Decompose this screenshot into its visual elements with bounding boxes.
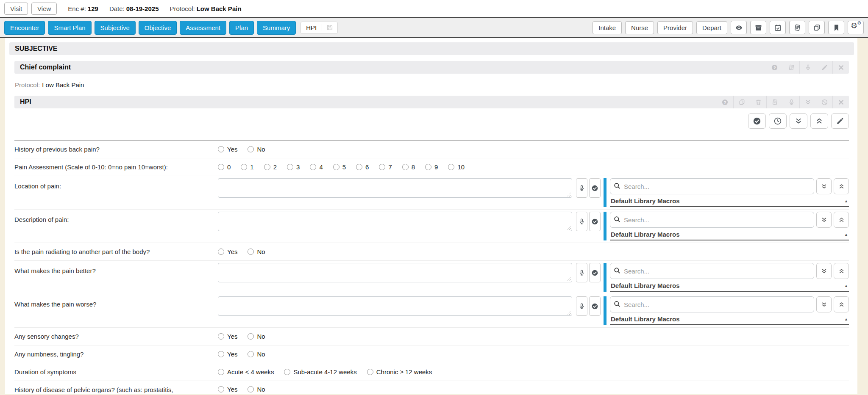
radio-option[interactable]: No: [248, 248, 265, 255]
radio-option[interactable]: No: [248, 146, 265, 153]
radio-option[interactable]: Acute < 4 weeks: [218, 368, 274, 376]
radio-button[interactable]: [218, 164, 224, 170]
stage-button-nurse[interactable]: Nurse: [625, 21, 654, 34]
radio-button[interactable]: [218, 249, 224, 255]
radio-option[interactable]: Yes: [218, 386, 237, 393]
radio-button[interactable]: [218, 369, 224, 375]
nav-button-plan[interactable]: Plan: [229, 21, 254, 35]
macro-group-header[interactable]: Default Library Macros ▲: [610, 280, 849, 292]
help-button[interactable]: ?: [766, 61, 783, 74]
radio-option[interactable]: 9: [425, 163, 438, 171]
visit-button[interactable]: Visit: [4, 3, 28, 15]
macro-expand-all-button[interactable]: [816, 263, 832, 279]
radio-button[interactable]: [425, 164, 431, 170]
radio-option[interactable]: 1: [241, 163, 253, 171]
nav-button-assessment[interactable]: Assessment: [180, 21, 226, 35]
radio-option[interactable]: Sub-acute 4-12 weeks: [284, 368, 356, 376]
disable-button[interactable]: [816, 96, 832, 108]
dictate-button[interactable]: [576, 263, 587, 282]
confirm-button[interactable]: [589, 212, 601, 231]
radio-button[interactable]: [241, 164, 247, 170]
dictate-button[interactable]: [576, 296, 587, 316]
delete-button[interactable]: [750, 96, 766, 108]
radio-option[interactable]: No: [248, 333, 265, 340]
radio-option[interactable]: 3: [287, 163, 300, 171]
nav-button-subjective[interactable]: Subjective: [95, 21, 136, 35]
answer-textarea[interactable]: [218, 212, 572, 231]
radio-button[interactable]: [356, 164, 362, 170]
macro-collapse-all-button[interactable]: [834, 296, 849, 312]
radio-button[interactable]: [367, 369, 373, 375]
radio-option[interactable]: 10: [448, 163, 465, 171]
copy-forward-button[interactable]: [809, 21, 825, 34]
collapse-button[interactable]: [799, 96, 816, 108]
radio-option[interactable]: 4: [310, 163, 323, 171]
bookmark-button[interactable]: [828, 21, 844, 34]
macro-search-input[interactable]: [610, 263, 814, 279]
radio-button[interactable]: [248, 386, 254, 392]
copy-button[interactable]: [733, 96, 750, 108]
history-button[interactable]: [769, 113, 787, 129]
edit-button[interactable]: [816, 61, 832, 74]
archive-button[interactable]: [750, 21, 766, 34]
dictate-button[interactable]: [783, 96, 799, 108]
radio-button[interactable]: [218, 146, 224, 152]
library-button[interactable]: [783, 61, 799, 74]
radio-button[interactable]: [218, 333, 224, 340]
macro-expand-all-button[interactable]: [816, 178, 832, 194]
close-button[interactable]: [832, 96, 849, 108]
radio-button[interactable]: [248, 146, 254, 152]
radio-option[interactable]: No: [248, 386, 265, 393]
dictate-button[interactable]: [576, 178, 587, 198]
answer-textarea[interactable]: [218, 296, 572, 316]
radio-option[interactable]: 0: [218, 163, 231, 171]
save-icon[interactable]: [322, 24, 337, 31]
close-button[interactable]: [832, 61, 849, 74]
radio-option[interactable]: Yes: [218, 333, 237, 340]
radio-option[interactable]: 2: [264, 163, 277, 171]
macro-expand-all-button[interactable]: [816, 212, 832, 228]
radio-button[interactable]: [333, 164, 339, 170]
nav-button-smart-plan[interactable]: Smart Plan: [48, 21, 91, 35]
radio-option[interactable]: 5: [333, 163, 346, 171]
expand-all-button[interactable]: [790, 113, 807, 129]
radio-option[interactable]: Chronic ≥ 12 weeks: [367, 368, 432, 376]
macro-expand-all-button[interactable]: [816, 296, 832, 312]
macro-collapse-all-button[interactable]: [834, 263, 849, 279]
library-button[interactable]: [766, 96, 783, 108]
answer-textarea[interactable]: [218, 178, 572, 198]
edit-button[interactable]: [831, 113, 849, 129]
mark-all-normal-button[interactable]: [748, 113, 766, 129]
dictate-button[interactable]: [576, 212, 587, 231]
radio-button[interactable]: [218, 351, 224, 357]
preview-button[interactable]: [731, 21, 747, 34]
radio-button[interactable]: [379, 164, 385, 170]
radio-button[interactable]: [248, 351, 254, 357]
confirm-button[interactable]: [589, 263, 601, 282]
stage-button-intake[interactable]: Intake: [593, 21, 622, 34]
radio-option[interactable]: Yes: [218, 351, 237, 358]
macro-search-input[interactable]: [610, 296, 814, 312]
stage-button-depart[interactable]: Depart: [696, 21, 727, 34]
answer-textarea[interactable]: [218, 263, 572, 282]
macro-collapse-all-button[interactable]: [834, 178, 849, 194]
confirm-button[interactable]: [589, 178, 601, 198]
radio-option[interactable]: Yes: [218, 248, 237, 255]
radio-option[interactable]: Yes: [218, 146, 237, 153]
radio-option[interactable]: 7: [379, 163, 392, 171]
collapse-all-button[interactable]: [810, 113, 828, 129]
radio-button[interactable]: [310, 164, 316, 170]
macro-group-header[interactable]: Default Library Macros ▲: [610, 229, 849, 240]
macro-group-header[interactable]: Default Library Macros ▲: [610, 313, 849, 325]
radio-button[interactable]: [402, 164, 409, 170]
macro-search-input[interactable]: [610, 178, 814, 194]
calendar-button[interactable]: [770, 21, 786, 34]
radio-button[interactable]: [284, 369, 290, 375]
radio-button[interactable]: [218, 386, 224, 392]
nav-button-encounter[interactable]: Encounter: [4, 21, 45, 35]
settings-button[interactable]: ⚙⚙: [848, 21, 864, 34]
radio-button[interactable]: [448, 164, 454, 170]
nav-button-summary[interactable]: Summary: [257, 21, 296, 35]
nav-button-objective[interactable]: Objective: [139, 21, 177, 35]
confirm-button[interactable]: [589, 296, 601, 316]
